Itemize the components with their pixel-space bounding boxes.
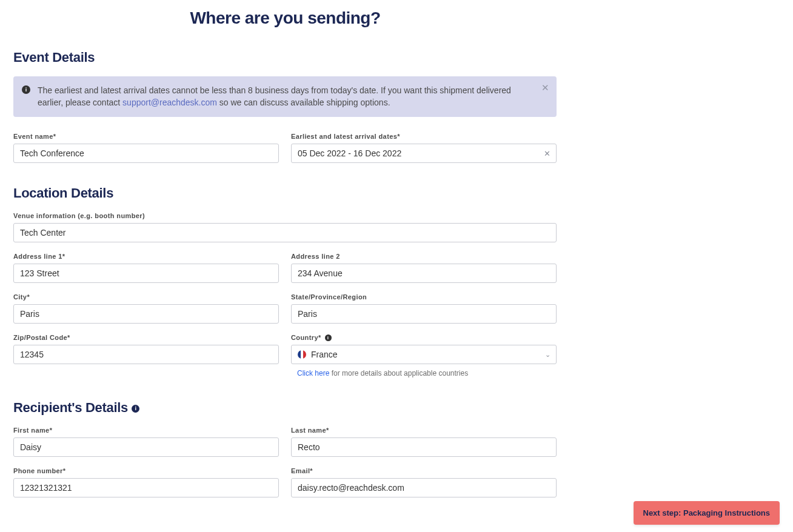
country-label: Country* i (291, 334, 557, 341)
address2-input[interactable] (291, 264, 557, 283)
next-step-button[interactable]: Next step: Packaging Instructions (634, 501, 780, 522)
last-name-input[interactable] (291, 437, 557, 457)
country-helper-link[interactable]: Click here (297, 369, 329, 377)
close-icon[interactable]: ✕ (541, 83, 549, 92)
clear-icon[interactable]: ✕ (544, 150, 550, 158)
country-select[interactable]: France ⌄ (291, 345, 557, 364)
recipient-title-text: Recipient's Details (13, 400, 128, 416)
phone-label: Phone number* (13, 467, 279, 474)
venue-label: Venue information (e.g. booth number) (13, 212, 557, 219)
info-icon: i (325, 334, 332, 341)
flag-france-icon (298, 350, 306, 359)
info-icon: i (22, 85, 30, 94)
zip-label: Zip/Postal Code* (13, 334, 279, 341)
country-helper: Click here for more details about applic… (291, 369, 557, 377)
info-banner-text-after: so we can discuss available shipping opt… (217, 98, 390, 107)
event-name-input[interactable] (13, 144, 279, 163)
page-title: Where are you sending? (13, 8, 557, 28)
phone-input[interactable] (13, 478, 279, 497)
last-name-label: Last name* (291, 427, 557, 434)
city-label: City* (13, 293, 279, 301)
country-label-text: Country* (291, 334, 321, 341)
support-email-link[interactable]: support@reachdesk.com (122, 98, 217, 107)
info-banner: i The earliest and latest arrival dates … (13, 76, 557, 117)
email-input[interactable] (291, 478, 557, 497)
first-name-label: First name* (13, 427, 279, 434)
city-input[interactable] (13, 304, 279, 324)
first-name-input[interactable] (13, 437, 279, 457)
section-title-location: Location Details (13, 185, 557, 201)
zip-input[interactable] (13, 345, 279, 364)
arrival-dates-input[interactable] (291, 144, 557, 163)
country-value: France (311, 350, 338, 359)
state-label: State/Province/Region (291, 293, 557, 301)
country-helper-text: for more details about applicable countr… (329, 369, 468, 377)
section-title-recipient: Recipient's Details i (13, 400, 557, 416)
section-title-event: Event Details (13, 50, 557, 65)
email-label: Email* (291, 467, 557, 474)
event-name-label: Event name* (13, 133, 279, 140)
info-icon: i (132, 405, 139, 413)
address1-label: Address line 1* (13, 253, 279, 260)
address1-input[interactable] (13, 264, 279, 283)
state-input[interactable] (291, 304, 557, 324)
arrival-dates-label: Earliest and latest arrival dates* (291, 133, 557, 140)
venue-input[interactable] (13, 223, 557, 242)
chevron-down-icon: ⌄ (545, 351, 550, 359)
address2-label: Address line 2 (291, 253, 557, 260)
